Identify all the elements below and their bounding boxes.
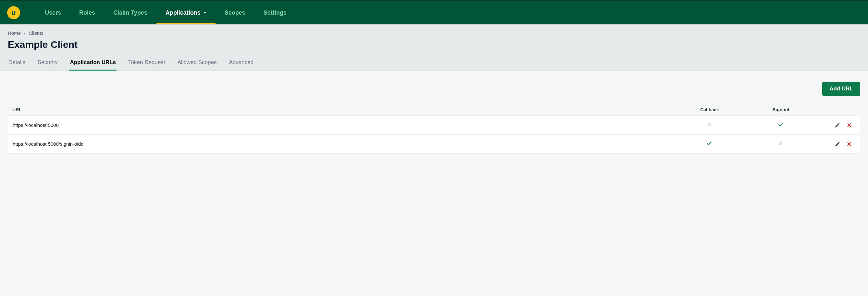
tab-label: Application URLs <box>70 59 116 65</box>
tab-label: Advanced <box>229 59 253 65</box>
cell-callback <box>674 122 745 129</box>
x-icon <box>706 122 712 128</box>
cell-signout <box>745 140 816 147</box>
cell-signout <box>745 122 816 129</box>
col-callback: Callback <box>674 107 745 112</box>
breadcrumb-clients[interactable]: Clients <box>29 30 43 36</box>
nav-label: Scopes <box>225 9 245 16</box>
tab-label: Token Request <box>128 59 165 65</box>
top-nav: u Users Roles Claim Types Applications S… <box>0 0 868 24</box>
add-url-button[interactable]: Add URL <box>822 82 860 96</box>
nav-users[interactable]: Users <box>36 2 70 24</box>
logo[interactable]: u <box>7 6 20 19</box>
table-header: URL Callback Signout <box>8 104 860 115</box>
cell-url: https://localhost:5000 <box>13 122 674 128</box>
page-title: Example Client <box>8 39 860 50</box>
table-row: https://localhost:5000/signin-oidc <box>8 134 860 153</box>
check-icon <box>706 140 712 146</box>
tab-advanced[interactable]: Advanced <box>228 56 254 70</box>
nav-label: Users <box>45 9 61 16</box>
tab-label: Security <box>38 59 58 65</box>
nav-roles[interactable]: Roles <box>70 2 104 24</box>
content-area: Add URL URL Callback Signout https://loc… <box>0 71 868 165</box>
nav-settings[interactable]: Settings <box>254 2 296 24</box>
cell-actions <box>816 122 855 128</box>
tab-allowed-scopes[interactable]: Allowed Scopes <box>177 56 217 70</box>
col-signout: Signout <box>745 107 817 112</box>
nav-claim-types[interactable]: Claim Types <box>104 2 156 24</box>
nav-label: Roles <box>79 9 95 16</box>
table-body: https://localhost:5000 https://localhost… <box>8 115 860 154</box>
nav-label: Applications <box>165 9 200 16</box>
check-icon <box>778 122 784 128</box>
tab-details[interactable]: Details <box>8 56 26 70</box>
breadcrumb-separator: / <box>24 30 25 36</box>
tab-label: Details <box>8 59 25 65</box>
breadcrumb-home[interactable]: Home <box>8 30 21 36</box>
edit-icon[interactable] <box>835 122 840 128</box>
tab-token-request[interactable]: Token Request <box>128 56 165 70</box>
delete-icon[interactable] <box>846 122 852 128</box>
tab-application-urls[interactable]: Application URLs <box>69 56 117 70</box>
cell-actions <box>816 141 855 147</box>
main-nav: Users Roles Claim Types Applications Sco… <box>36 2 296 24</box>
nav-label: Settings <box>264 9 287 16</box>
sub-header: Home / Clients Example Client Details Se… <box>0 24 868 71</box>
chevron-down-icon <box>203 12 207 14</box>
cell-url: https://localhost:5000/signin-oidc <box>13 141 674 147</box>
edit-icon[interactable] <box>835 141 840 147</box>
nav-label: Claim Types <box>113 9 147 16</box>
col-url: URL <box>12 107 674 112</box>
nav-applications[interactable]: Applications <box>156 2 216 24</box>
nav-scopes[interactable]: Scopes <box>216 2 254 24</box>
tab-security[interactable]: Security <box>37 56 58 70</box>
x-icon <box>778 140 784 146</box>
delete-icon[interactable] <box>846 141 852 147</box>
tab-label: Allowed Scopes <box>177 59 217 65</box>
breadcrumb: Home / Clients <box>8 30 860 36</box>
tabs: Details Security Application URLs Token … <box>8 56 860 70</box>
cell-callback <box>674 140 745 147</box>
table-row: https://localhost:5000 <box>8 116 860 134</box>
